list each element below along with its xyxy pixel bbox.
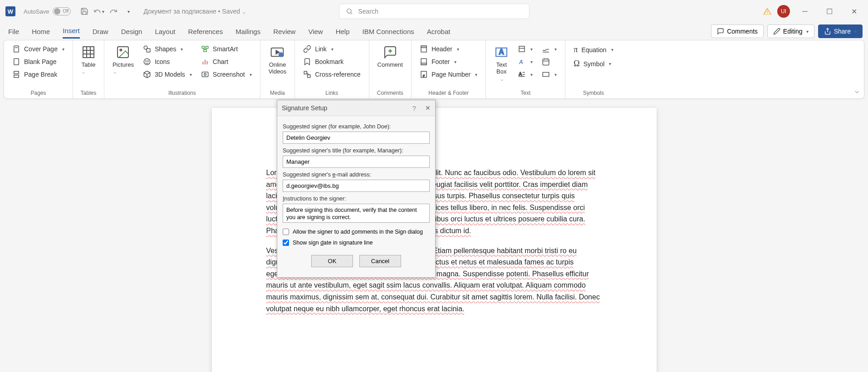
share-button[interactable]: Share▾ (818, 24, 863, 38)
svg-rect-41 (421, 63, 427, 65)
tab-view[interactable]: View (308, 25, 323, 38)
ok-button[interactable]: OK (311, 255, 353, 267)
date-time-button[interactable] (539, 56, 559, 68)
tab-mailings[interactable]: Mailings (235, 25, 260, 38)
group-label-illustrations: Illustrations (110, 88, 255, 98)
pictures-button[interactable]: Pictures⌵ (110, 43, 137, 77)
tab-acrobat[interactable]: Acrobat (427, 25, 451, 38)
autosave-label: AutoSave (24, 8, 49, 15)
online-videos-button[interactable]: Online Videos (266, 43, 289, 77)
show-date-check[interactable] (283, 240, 289, 246)
quick-parts-button[interactable]: ▾ (515, 43, 535, 55)
instructions-input[interactable]: Before signing this document, verify tha… (283, 204, 430, 223)
group-text: A Text Box⌵ ▾ A▾ A▾ ▾ ▾ Text (486, 40, 565, 98)
tab-design[interactable]: Design (121, 25, 142, 38)
text-box-button[interactable]: A Text Box⌵ (491, 43, 511, 83)
page-break-button[interactable]: Page Break (10, 69, 67, 80)
maximize-button[interactable]: ☐ (820, 4, 839, 19)
svg-rect-34 (308, 75, 310, 78)
tab-insert[interactable]: Insert (63, 24, 80, 39)
svg-rect-8 (83, 47, 94, 58)
screenshot-button[interactable]: Screenshot▾ (198, 69, 255, 80)
close-button[interactable]: ✕ (844, 4, 863, 19)
dialog-titlebar[interactable]: Signature Setup ? ✕ (277, 100, 435, 116)
tab-ibm-connections[interactable]: IBM Connections (363, 25, 414, 38)
save-button[interactable] (79, 6, 90, 17)
svg-point-0 (347, 9, 351, 13)
crossref-button[interactable]: Cross-reference (300, 69, 363, 80)
group-label-comments: Comments (375, 88, 406, 98)
undo-button[interactable]: ▾ (93, 6, 104, 17)
tab-review[interactable]: Review (273, 25, 295, 38)
svg-text:A: A (519, 71, 522, 77)
svg-point-19 (147, 61, 148, 62)
autosave-toggle[interactable]: Off (53, 7, 71, 15)
link-button[interactable]: Link▾ (300, 43, 363, 55)
comment-icon (717, 28, 724, 35)
search-input[interactable]: Search (339, 4, 530, 19)
bookmark-button[interactable]: Bookmark (300, 56, 363, 68)
svg-rect-54 (543, 59, 549, 65)
shapes-button[interactable]: Shapes▾ (140, 43, 195, 55)
object-button[interactable]: ▾ (539, 69, 559, 80)
footer-icon (420, 58, 428, 66)
cancel-button[interactable]: Cancel (359, 255, 401, 267)
document-title[interactable]: Документ за подписване • Saved ⌵ (143, 8, 245, 15)
group-label-tables: Tables (78, 88, 98, 98)
svg-rect-46 (519, 46, 525, 52)
group-label-text: Text (491, 88, 559, 98)
allow-comments-checkbox[interactable]: Allow the signer to add comments in the … (283, 229, 430, 235)
tab-references[interactable]: References (188, 25, 223, 38)
wordart-button[interactable]: A▾ (515, 56, 535, 68)
table-button[interactable]: Table⌵ (78, 43, 98, 77)
equation-button[interactable]: πEquation▾ (571, 43, 616, 56)
header-button[interactable]: Header▾ (417, 43, 480, 55)
collapse-ribbon-button[interactable]: ⌵ (855, 86, 859, 95)
signer-title-input[interactable] (283, 156, 430, 168)
cover-page-button[interactable]: Cover Page▾ (10, 43, 67, 55)
3d-models-button[interactable]: 3D Models▾ (140, 69, 195, 80)
tab-help[interactable]: Help (336, 25, 350, 38)
3d-icon (143, 70, 151, 78)
tab-home[interactable]: Home (32, 25, 50, 38)
symbol-button[interactable]: ΩSymbol▾ (571, 57, 616, 70)
smartart-button[interactable]: SmartArt (198, 43, 255, 55)
page-number-button[interactable]: #Page Number▾ (417, 69, 480, 80)
allow-comments-check[interactable] (283, 229, 289, 235)
minimize-button[interactable]: ─ (795, 4, 814, 19)
signature-line-button[interactable]: ▾ (539, 43, 559, 55)
qat-more[interactable]: ▾ (123, 6, 133, 17)
footer-button[interactable]: Footer▾ (417, 56, 480, 68)
video-icon (270, 45, 284, 59)
redo-button[interactable] (108, 6, 119, 17)
blank-page-button[interactable]: Blank Page (10, 56, 67, 68)
signer-label: Suggested signer (for example, John Doe)… (283, 123, 430, 130)
user-avatar[interactable]: UI (777, 5, 790, 18)
comments-button[interactable]: Comments (711, 24, 764, 38)
show-date-checkbox[interactable]: Show sign date in signature line (283, 240, 430, 246)
tab-layout[interactable]: Layout (155, 25, 175, 38)
svg-rect-20 (202, 46, 204, 49)
comment-button[interactable]: Comment (375, 43, 406, 70)
email-input[interactable] (283, 180, 430, 192)
dialog-help-button[interactable]: ? (412, 104, 416, 112)
svg-rect-22 (204, 50, 206, 52)
dropcap-icon: A (518, 70, 526, 78)
search-icon (346, 8, 353, 15)
dialog-close-button[interactable]: ✕ (425, 104, 431, 112)
editing-button[interactable]: Editing▾ (767, 24, 814, 38)
share-icon (824, 28, 831, 35)
icons-button[interactable]: Icons (140, 56, 195, 68)
dropcap-button[interactable]: A▾ (515, 69, 535, 80)
parts-icon (518, 45, 526, 53)
pencil-icon (773, 28, 780, 35)
signature-setup-dialog: Signature Setup ? ✕ Suggested signer (fo… (277, 100, 436, 278)
tab-file[interactable]: File (8, 25, 19, 38)
chart-button[interactable]: Chart (198, 56, 255, 68)
page-icon (12, 45, 20, 53)
signer-input[interactable] (283, 132, 430, 144)
page-break-icon (12, 70, 20, 78)
warning-icon[interactable] (763, 7, 772, 16)
tab-draw[interactable]: Draw (93, 25, 108, 38)
group-label-header-footer: Header & Footer (417, 88, 480, 98)
